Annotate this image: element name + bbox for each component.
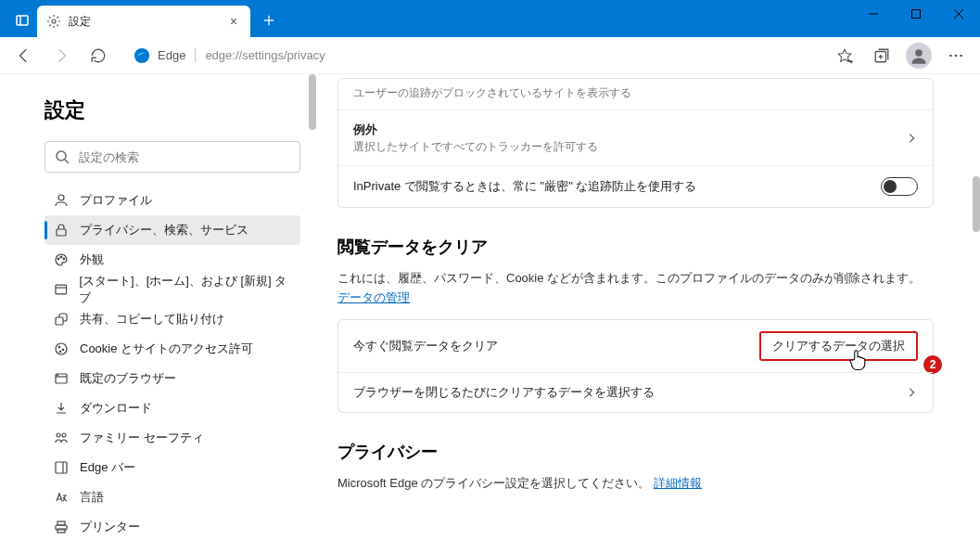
toolbar: Edge edge://settings/privacy [0, 37, 980, 74]
sidebar-item-label: プライバシー、検索、サービス [80, 222, 248, 238]
close-icon[interactable]: × [226, 14, 241, 29]
svg-point-31 [62, 349, 63, 350]
close-button[interactable] [937, 0, 980, 28]
svg-point-32 [59, 351, 60, 352]
share-icon [54, 312, 69, 327]
tracking-sub: ユーザーの追跡がブロックされているサイトを表示する [353, 86, 631, 100]
sidebar-item-edgebar[interactable]: Edge バー [45, 453, 300, 482]
svg-point-18 [960, 54, 962, 57]
url-text: edge://settings/privacy [205, 48, 325, 62]
clear-on-close-row[interactable]: ブラウザーを閉じるたびにクリアするデータを選択する [338, 372, 933, 412]
window-controls [852, 0, 980, 28]
sidebar-item-label: 既定のブラウザー [80, 370, 176, 387]
inprivate-toggle[interactable] [881, 177, 918, 196]
clear-now-title: 今すぐ閲覧データをクリア [353, 338, 498, 354]
tab-actions-button[interactable] [7, 6, 37, 35]
new-tab-button[interactable] [254, 6, 284, 35]
sidebar-item-label: プリンター [80, 519, 140, 535]
sidebar-item-label: 外観 [80, 251, 104, 268]
sidebar-item-downloads[interactable]: ダウンロード [45, 393, 300, 423]
clear-header: 閲覧データをクリア [337, 236, 934, 258]
more-button[interactable] [939, 41, 973, 71]
maximize-button[interactable] [895, 0, 937, 28]
printer-icon [54, 520, 69, 534]
tracking-row[interactable]: ユーザーの追跡がブロックされているサイトを表示する [338, 79, 933, 109]
browser-icon [54, 371, 69, 386]
search-input[interactable] [79, 150, 290, 164]
clear-desc: これには、履歴、パスワード、Cookie などが含まれます。このプロファイルのデ… [337, 269, 934, 308]
svg-point-9 [134, 47, 149, 62]
download-icon [54, 401, 69, 416]
svg-point-17 [955, 54, 958, 57]
svg-rect-38 [56, 462, 67, 473]
choose-clear-data-button[interactable]: クリアするデータの選択 [759, 331, 918, 361]
lock-icon [54, 223, 69, 238]
edgebar-icon [54, 460, 69, 475]
clear-section: 今すぐ閲覧データをクリア クリアするデータの選択 2 ブラウザーを閉じるたびにク… [337, 319, 934, 413]
language-icon [54, 490, 69, 505]
sidebar-item-label: [スタート]、[ホーム]、および [新規] タブ [79, 273, 291, 306]
sidebar-item-appearance[interactable]: 外観 [45, 245, 300, 275]
profile-icon [54, 193, 69, 208]
minimize-button[interactable] [852, 0, 895, 28]
exceptions-title: 例外 [353, 122, 598, 138]
refresh-button[interactable] [82, 41, 115, 71]
svg-point-23 [57, 258, 59, 260]
sidebar-item-default-browser[interactable]: 既定のブラウザー [45, 364, 300, 393]
clear-on-close-title: ブラウザーを閉じるたびにクリアするデータを選択する [353, 384, 655, 401]
svg-point-35 [57, 375, 58, 376]
sidebar-item-label: プロファイル [80, 192, 152, 209]
chevron-right-icon [905, 386, 918, 399]
favorites-button[interactable] [828, 41, 861, 71]
svg-rect-0 [17, 16, 28, 25]
sidebar-item-family[interactable]: ファミリー セーフティ [45, 423, 300, 453]
sidebar-item-language[interactable]: 言語 [45, 482, 300, 512]
forward-button[interactable] [45, 41, 78, 71]
svg-point-37 [62, 433, 66, 437]
cookie-icon [54, 341, 69, 356]
svg-point-24 [60, 256, 62, 258]
sidebar: 設定 プロファイル プライバシー、検索、サービス 外観 [スタート]、[ホーム]… [0, 74, 315, 540]
svg-point-16 [949, 54, 952, 57]
exceptions-row[interactable]: 例外 選択したサイトですべてのトラッカーを許可する [338, 109, 933, 165]
sidebar-item-cookies[interactable]: Cookie とサイトのアクセス許可 [45, 334, 300, 364]
sidebar-item-start[interactable]: [スタート]、[ホーム]、および [新規] タブ [45, 275, 300, 304]
back-button[interactable] [7, 41, 41, 71]
svg-point-15 [915, 49, 923, 57]
profile-avatar[interactable] [906, 43, 932, 69]
sidebar-scrollbar[interactable] [309, 74, 316, 130]
svg-line-20 [65, 160, 69, 163]
sidebar-item-label: 共有、コピーして貼り付け [80, 311, 224, 328]
privacy-desc: Microsoft Edge のプライバシー設定を選択してください。 詳細情報 [337, 474, 934, 494]
main-content: ユーザーの追跡がブロックされているサイトを表示する 例外 選択したサイトですべて… [315, 74, 980, 540]
address-bar[interactable]: Edge edge://settings/privacy [124, 42, 819, 70]
titlebar: 設定 × [0, 0, 980, 37]
tab-settings[interactable]: 設定 × [37, 6, 250, 37]
search-box[interactable] [45, 141, 300, 173]
exceptions-sub: 選択したサイトですべてのトラッカーを許可する [353, 140, 598, 154]
tab-icon [54, 282, 68, 297]
collections-button[interactable] [865, 41, 898, 71]
content: 設定 プロファイル プライバシー、検索、サービス 外観 [スタート]、[ホーム]… [0, 74, 980, 540]
inprivate-row: InPrivate で閲覧するときは、常に "厳密" な追跡防止を使用する [338, 165, 933, 207]
privacy-link[interactable]: 詳細情報 [654, 476, 702, 490]
svg-rect-28 [56, 317, 63, 325]
privacy-desc-text: Microsoft Edge のプライバシー設定を選択してください。 [337, 476, 650, 490]
svg-point-30 [58, 346, 59, 347]
address-label: Edge [158, 48, 196, 62]
tracking-section: ユーザーの追跡がブロックされているサイトを表示する 例外 選択したサイトですべて… [337, 78, 934, 208]
sidebar-item-share[interactable]: 共有、コピーして貼り付け [45, 304, 300, 334]
page-scrollbar[interactable] [973, 176, 980, 232]
sidebar-item-printer[interactable]: プリンター [45, 512, 300, 540]
sidebar-item-label: ダウンロード [80, 400, 152, 417]
sidebar-item-label: ファミリー セーフティ [80, 430, 204, 446]
svg-point-36 [57, 433, 60, 437]
sidebar-item-label: 言語 [80, 489, 104, 506]
privacy-header: プライバシー [337, 441, 934, 463]
sidebar-item-profile[interactable]: プロファイル [45, 186, 300, 215]
tab-strip: 設定 × [0, 0, 284, 37]
sidebar-item-privacy[interactable]: プライバシー、検索、サービス [45, 215, 300, 245]
data-manage-link[interactable]: データの管理 [337, 290, 410, 304]
sidebar-item-label: Cookie とサイトのアクセス許可 [80, 341, 253, 357]
annotation-badge: 2 [923, 355, 942, 374]
